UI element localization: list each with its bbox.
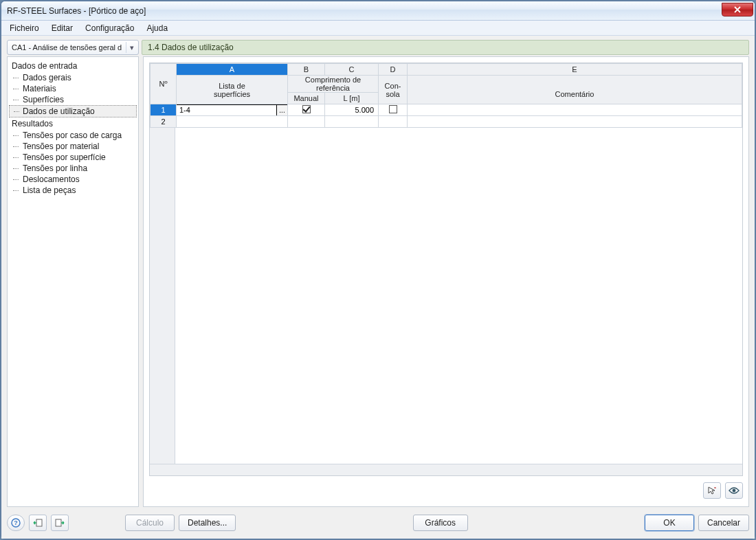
view-button[interactable] xyxy=(725,482,743,499)
header-d: Con- sola xyxy=(379,76,408,104)
app-window: RF-STEEL Surfaces - [Pórtico de aço] Fic… xyxy=(1,1,755,539)
graphics-button[interactable]: Gráficos xyxy=(413,515,468,531)
page-next-icon xyxy=(55,519,65,527)
header-c2: L [m] xyxy=(325,93,379,104)
col-letter-e[interactable]: E xyxy=(408,64,742,76)
case-selector-combo[interactable]: CA1 - Análise de tensões geral d ▾ xyxy=(7,40,139,55)
nav-item-superficies[interactable]: Superfícies xyxy=(9,94,137,105)
cell-surfaces[interactable]: 1-4 ... xyxy=(177,104,288,116)
header-d-line1: Con- xyxy=(379,82,407,90)
svg-text:?: ? xyxy=(14,519,18,526)
window-close-button[interactable] xyxy=(722,3,753,16)
help-button[interactable]: ? xyxy=(7,515,25,531)
header-a: Lista de superfícies xyxy=(177,76,288,104)
table-row[interactable]: 2 xyxy=(151,116,742,128)
header-a-line2: superfícies xyxy=(177,90,287,98)
col-letter-d[interactable]: D xyxy=(379,64,408,76)
nav-item-tensoes-carga[interactable]: Tensões por caso de carga xyxy=(9,130,137,141)
nav-item-tensoes-superficie[interactable]: Tensões por superfície xyxy=(9,152,137,163)
cell-comment[interactable] xyxy=(408,104,742,116)
bottom-bar: ? Cálculo Detalhes... Gráficos xyxy=(7,507,749,533)
svg-rect-4 xyxy=(56,519,61,526)
main-panel: Nº A B C D E Lista de superfícies xyxy=(143,56,749,507)
nav-item-lista-pecas[interactable]: Lista de peças xyxy=(9,185,137,196)
eye-icon xyxy=(729,486,740,495)
case-selector-text: CA1 - Análise de tensões geral d xyxy=(12,43,126,52)
menu-config[interactable]: Configuração xyxy=(80,22,140,34)
help-icon: ? xyxy=(11,518,21,528)
col-letter-c[interactable]: C xyxy=(325,64,379,76)
cell-console[interactable] xyxy=(379,104,408,116)
col-letter-b[interactable]: B xyxy=(288,64,325,76)
ok-button[interactable]: OK xyxy=(645,515,694,531)
horizontal-scrollbar[interactable] xyxy=(150,464,742,475)
nav-item-tensoes-linha[interactable]: Tensões por linha xyxy=(9,163,137,174)
cell-comment[interactable] xyxy=(408,116,742,128)
cell-manual[interactable] xyxy=(288,104,325,116)
grid-empty-area xyxy=(150,128,742,464)
nav-item-tensoes-material[interactable]: Tensões por material xyxy=(9,141,137,152)
header-e: Comentário xyxy=(408,76,742,104)
cell-manual[interactable] xyxy=(288,116,325,128)
chevron-down-icon: ▾ xyxy=(126,42,137,53)
pick-button[interactable] xyxy=(703,482,721,499)
checkbox-manual[interactable] xyxy=(302,105,311,113)
nav-item-deslocamentos[interactable]: Deslocamentos xyxy=(9,174,137,185)
menu-edit[interactable]: Editar xyxy=(46,22,78,34)
close-icon xyxy=(733,6,742,13)
cell-length[interactable] xyxy=(325,116,379,128)
header-d-line2: sola xyxy=(379,90,407,98)
nav-item-dados-utilizacao[interactable]: Dados de utilização xyxy=(9,105,137,117)
client-area: CA1 - Análise de tensões geral d ▾ 1.4 D… xyxy=(1,36,755,539)
calculate-button[interactable]: Cálculo xyxy=(125,515,175,531)
ellipsis-button[interactable]: ... xyxy=(276,105,287,115)
checkbox-console[interactable] xyxy=(389,105,397,113)
cancel-button[interactable]: Cancelar xyxy=(698,515,749,531)
window-title: RF-STEEL Surfaces - [Pórtico de aço] xyxy=(7,6,722,16)
next-case-button[interactable] xyxy=(51,515,69,531)
nav-item-dados-gerais[interactable]: Dados gerais xyxy=(9,72,137,83)
cell-length[interactable]: 5.000 xyxy=(325,104,379,116)
cell-surfaces[interactable] xyxy=(177,116,288,128)
panel-title-text: 1.4 Dados de utilização xyxy=(148,43,234,52)
menu-help[interactable]: Ajuda xyxy=(141,22,173,34)
nav-group-results: Resultados xyxy=(9,117,137,130)
menu-bar: Ficheiro Editar Configuração Ajuda xyxy=(1,21,755,36)
panel-title: 1.4 Dados de utilização xyxy=(142,40,749,55)
cell-console[interactable] xyxy=(379,116,408,128)
header-b2: Manual xyxy=(288,93,325,104)
menu-file[interactable]: Ficheiro xyxy=(4,22,45,34)
header-a-line1: Lista de xyxy=(177,82,287,90)
cursor-sparkle-icon xyxy=(707,486,717,495)
header-row-num[interactable]: Nº xyxy=(151,64,177,104)
row-number[interactable]: 1 xyxy=(151,104,177,116)
svg-rect-3 xyxy=(36,519,42,526)
table-row[interactable]: 1 1-4 ... 5.000 xyxy=(151,104,742,116)
row-number[interactable]: 2 xyxy=(151,116,177,128)
prev-case-button[interactable] xyxy=(29,515,47,531)
nav-item-materiais[interactable]: Materiais xyxy=(9,83,137,94)
svg-point-0 xyxy=(733,489,736,493)
data-grid[interactable]: Nº A B C D E Lista de superfícies xyxy=(149,63,743,476)
nav-tree[interactable]: Dados de entrada Dados gerais Materiais … xyxy=(7,56,139,507)
header-e-line2: Comentário xyxy=(408,90,742,98)
col-letter-a[interactable]: A xyxy=(177,64,288,76)
page-prev-icon xyxy=(33,519,43,527)
title-bar[interactable]: RF-STEEL Surfaces - [Pórtico de aço] xyxy=(1,1,755,21)
header-bc: Comprimento de referência xyxy=(288,76,379,93)
cell-surfaces-value: 1-4 xyxy=(177,106,276,114)
nav-group-input: Dados de entrada xyxy=(9,60,137,72)
details-button[interactable]: Detalhes... xyxy=(179,515,236,531)
